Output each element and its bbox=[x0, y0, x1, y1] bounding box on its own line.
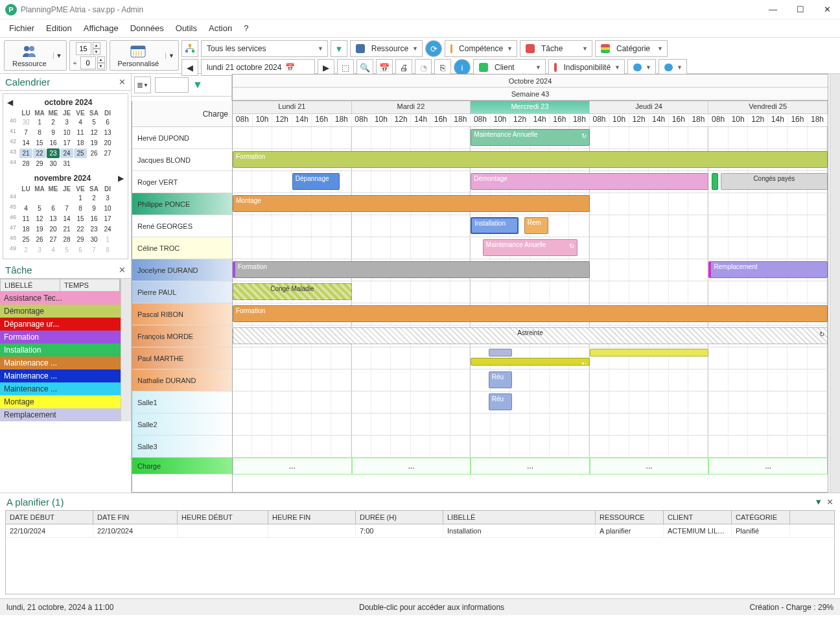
gantt-bar[interactable]: Astreinte ↻ bbox=[233, 327, 828, 344]
task-item[interactable]: Dépannage ur... bbox=[0, 318, 121, 331]
resource-row[interactable]: Pierre PAUL bbox=[132, 281, 232, 303]
cal-day[interactable]: 10 bbox=[60, 128, 73, 137]
menu-fichier[interactable]: Fichier bbox=[9, 23, 34, 33]
cal-day[interactable]: 2 bbox=[47, 117, 60, 127]
resource-row[interactable]: René GEORGES bbox=[132, 215, 232, 237]
scrollbar[interactable] bbox=[121, 279, 131, 421]
cal-day[interactable]: 7 bbox=[88, 245, 100, 255]
filter-button[interactable]: ▼ bbox=[331, 40, 347, 57]
gantt-bar[interactable]: Dépannage bbox=[292, 173, 340, 190]
cal-day[interactable]: 5 bbox=[60, 245, 73, 255]
gantt-bar[interactable]: ↻ bbox=[471, 358, 590, 366]
planner-row[interactable]: 22/10/202422/10/20247:00InstallationA pl… bbox=[6, 524, 834, 538]
ressource-dropdown[interactable]: ▼ bbox=[53, 53, 65, 59]
cal-day[interactable] bbox=[74, 159, 87, 169]
cal-day[interactable]: 22 bbox=[74, 224, 87, 234]
cal-day[interactable]: 14 bbox=[19, 138, 32, 148]
cal-day[interactable]: 18 bbox=[74, 138, 87, 148]
cal-day[interactable]: 3 bbox=[33, 245, 46, 255]
refresh-icon[interactable]: ⟳ bbox=[425, 40, 442, 57]
cal-day[interactable]: 8 bbox=[101, 245, 114, 255]
sort-button[interactable]: ≣▼ bbox=[134, 76, 151, 93]
cal-day[interactable]: 7 bbox=[60, 204, 73, 213]
cal-day[interactable]: 31 bbox=[60, 159, 73, 169]
next-month[interactable]: ▶ bbox=[118, 174, 124, 183]
cal-day[interactable]: 23 bbox=[88, 224, 100, 234]
cal-day[interactable]: 18 bbox=[19, 224, 32, 234]
cal-day[interactable]: 28 bbox=[19, 159, 32, 169]
gantt-bar[interactable] bbox=[712, 173, 718, 190]
gantt-bar[interactable]: Installation bbox=[471, 217, 518, 234]
cal-day[interactable]: 15 bbox=[33, 138, 46, 148]
cal-day[interactable]: 9 bbox=[88, 204, 100, 213]
menu-données[interactable]: Données bbox=[130, 23, 164, 33]
resource-row[interactable]: Salle2 bbox=[132, 414, 232, 436]
cal-day[interactable]: 30 bbox=[19, 117, 32, 127]
cal-day[interactable]: 20 bbox=[101, 138, 114, 148]
resource-row[interactable]: Paul MARTHE bbox=[132, 347, 232, 369]
resource-row[interactable]: Nathalie DURAND bbox=[132, 369, 232, 392]
cal-day[interactable]: 6 bbox=[101, 117, 114, 127]
cal-day[interactable]: 5 bbox=[88, 117, 100, 127]
cal-day[interactable]: 6 bbox=[74, 245, 87, 255]
cal-day[interactable]: 22 bbox=[33, 148, 46, 158]
cal-day[interactable]: 21 bbox=[60, 224, 73, 234]
gantt-row[interactable]: InstallationRem bbox=[233, 215, 828, 237]
cal-day[interactable]: 7 bbox=[19, 128, 32, 137]
gantt-bar[interactable]: Remplacement bbox=[708, 261, 828, 278]
ressource-combo[interactable]: Ressource▼ bbox=[350, 40, 423, 57]
cal-day[interactable]: 14 bbox=[60, 214, 73, 224]
gantt-row[interactable]: Formation bbox=[233, 149, 828, 171]
resource-row[interactable]: Hervé DUPOND bbox=[132, 127, 232, 149]
cal-day[interactable] bbox=[47, 193, 60, 203]
spin-days[interactable] bbox=[76, 42, 91, 55]
gantt-bar[interactable]: Formation bbox=[233, 261, 590, 278]
cal-day[interactable]: 16 bbox=[88, 214, 100, 224]
resource-row[interactable]: François MORDE bbox=[132, 325, 232, 347]
cal-day[interactable] bbox=[33, 193, 46, 203]
cal-day[interactable]: 28 bbox=[60, 235, 73, 244]
cal-day[interactable]: 1 bbox=[33, 117, 46, 127]
cal-day[interactable]: 11 bbox=[19, 214, 32, 224]
gantt-bar[interactable]: Rem bbox=[524, 217, 548, 234]
task-item[interactable]: Démontage bbox=[0, 305, 121, 318]
gantt-bar[interactable]: Formation bbox=[233, 151, 828, 168]
prev-month[interactable]: ◀ bbox=[7, 98, 13, 107]
services-combo[interactable]: Tous les services▼ bbox=[201, 40, 328, 57]
cal-day[interactable]: 9 bbox=[47, 128, 60, 137]
gantt-row[interactable]: Congé Maladie bbox=[233, 281, 828, 303]
filter-icon[interactable]: ▼ bbox=[192, 79, 203, 91]
gantt-bar[interactable] bbox=[489, 349, 513, 357]
minimize-button[interactable]: — bbox=[765, 3, 781, 16]
resource-row[interactable]: Jocelyne DURAND bbox=[132, 259, 232, 281]
gantt-row[interactable]: DépannageDémontageCongés payés bbox=[233, 171, 828, 193]
planner-dropdown[interactable]: ▾ bbox=[816, 496, 821, 507]
menu-edition[interactable]: Edition bbox=[46, 23, 72, 33]
menu-affichage[interactable]: Affichage bbox=[84, 23, 119, 33]
cal-day[interactable]: 2 bbox=[88, 193, 100, 203]
cal-day[interactable]: 1 bbox=[101, 235, 114, 244]
cal-day[interactable]: 8 bbox=[74, 204, 87, 213]
scrollbar[interactable] bbox=[830, 74, 840, 493]
gantt-row[interactable]: Réu bbox=[233, 369, 828, 392]
cal-day[interactable]: 29 bbox=[33, 159, 46, 169]
cal-day[interactable]: 12 bbox=[33, 214, 46, 224]
gantt-bar[interactable]: Maintenance Annuelle ↻ bbox=[471, 129, 590, 146]
resource-row[interactable]: Pascal RIBON bbox=[132, 303, 232, 325]
cal-day[interactable] bbox=[88, 159, 100, 169]
cal-day[interactable]: 24 bbox=[101, 224, 114, 234]
task-item[interactable]: Installation bbox=[0, 344, 121, 357]
categorie-combo[interactable]: Catégorie▼ bbox=[595, 40, 668, 57]
resource-row[interactable]: Salle3 bbox=[132, 436, 232, 458]
hierarchy-icon[interactable] bbox=[181, 40, 198, 57]
cal-day[interactable]: 27 bbox=[47, 235, 60, 244]
menu-outils[interactable]: Outils bbox=[176, 23, 197, 33]
cal-day[interactable]: 2 bbox=[19, 245, 32, 255]
cal-day[interactable]: 15 bbox=[74, 214, 87, 224]
spin-offset[interactable] bbox=[80, 56, 96, 69]
resource-row[interactable]: Salle1 bbox=[132, 392, 232, 414]
close-button[interactable]: ✕ bbox=[820, 3, 835, 16]
cal-day[interactable] bbox=[101, 159, 114, 169]
task-item[interactable]: Maintenance ... bbox=[0, 357, 121, 369]
gantt-bar[interactable]: Maintenance Anuelle ↻ bbox=[483, 239, 578, 256]
